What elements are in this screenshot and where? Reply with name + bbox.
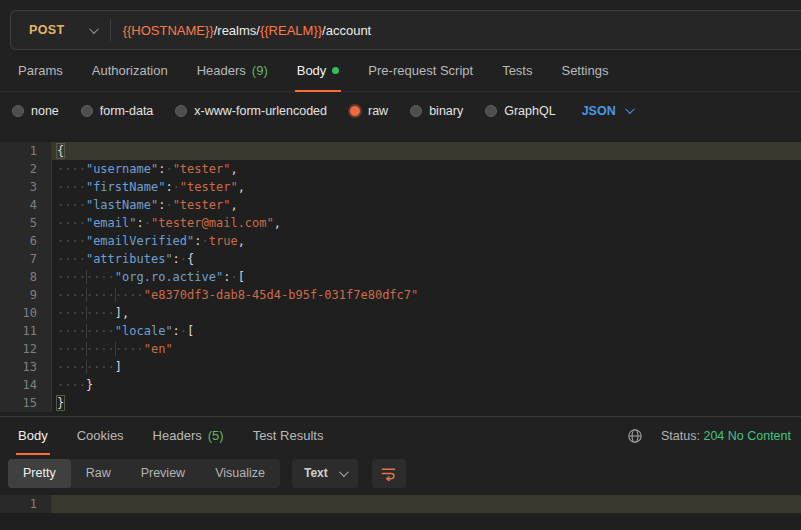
tab-tests[interactable]: Tests (492, 50, 542, 91)
view-mode-visualize[interactable]: Visualize (200, 459, 280, 488)
code-content: ····} (52, 376, 801, 394)
whitespace-dots: · (202, 234, 209, 248)
token-punc: } (86, 378, 93, 392)
code-line: 13········] (0, 358, 801, 376)
response-tab-headers[interactable]: Headers(5) (143, 417, 234, 454)
radio-label: none (31, 104, 59, 118)
whitespace-dots: ···· (57, 342, 86, 356)
url-bar: POST {{HOSTNAME}}/realms/{{REALM}}/accou… (0, 0, 801, 50)
word-wrap-icon (380, 465, 397, 481)
response-editor-lines: 1 (0, 492, 801, 513)
code-line: 4····"lastName":·"tester", (0, 196, 801, 214)
wrap-lines-button[interactable] (372, 459, 406, 488)
response-meta: Status: 204 No Content (627, 417, 801, 454)
body-type-raw[interactable]: raw (349, 104, 388, 118)
code-line: 12············"en" (0, 340, 801, 358)
code-content: ············"e8370df3-dab8-45d4-b95f-031… (52, 286, 801, 304)
url-text: /realms/ (214, 23, 260, 38)
line-number: 2 (0, 160, 52, 178)
token-punc: : (136, 216, 143, 230)
tab-pre-request-script[interactable]: Pre-request Script (358, 50, 483, 91)
tab-label: Pre-request Script (368, 63, 473, 78)
code-content: ········"org.ro.active":·[ (52, 268, 801, 286)
whitespace-dots: ···· (57, 162, 86, 176)
radio-icon (12, 105, 24, 117)
token-str: "tester" (180, 180, 238, 194)
body-type-none[interactable]: none (12, 104, 59, 118)
line-number: 12 (0, 340, 52, 358)
response-toolbar: PrettyRawPreviewVisualize Text (0, 454, 801, 492)
tab-authorization[interactable]: Authorization (82, 50, 178, 91)
request-window: POST {{HOSTNAME}}/realms/{{REALM}}/accou… (0, 0, 801, 530)
line-number: 4 (0, 196, 52, 214)
token-punc: : (173, 324, 180, 338)
code-line: 8········"org.ro.active":·[ (0, 268, 801, 286)
token-bool: true (209, 234, 238, 248)
tab-body[interactable]: Body (287, 50, 350, 91)
whitespace-dots: ···· (57, 216, 86, 230)
whitespace-dots: ···· (86, 360, 115, 374)
whitespace-dots: ···· (57, 198, 86, 212)
radio-label: raw (368, 104, 388, 118)
whitespace-dots: ···· (115, 342, 144, 356)
request-body-editor[interactable]: 1{2····"username":·"tester",3····"firstN… (0, 139, 801, 416)
code-line: 10········], (0, 304, 801, 322)
radio-label: binary (429, 104, 463, 118)
token-punc: , (230, 162, 237, 176)
token-punc: [ (187, 324, 194, 338)
radio-icon (175, 105, 187, 117)
tab-headers[interactable]: Headers(9) (187, 50, 278, 91)
status-value: 204 No Content (703, 429, 791, 443)
response-body-editor[interactable]: 1 (0, 492, 801, 530)
url-input[interactable]: {{HOSTNAME}}/realms/{{REALM}}/account (111, 11, 801, 49)
code-line: 3····"firstName":·"tester", (0, 178, 801, 196)
whitespace-dots: · (144, 216, 151, 230)
line-number: 7 (0, 250, 52, 268)
token-punc: ] (115, 360, 122, 374)
tab-params[interactable]: Params (8, 50, 73, 91)
token-key: "email" (86, 216, 137, 230)
view-mode-pretty[interactable]: Pretty (8, 459, 71, 488)
token-str: "en" (144, 342, 173, 356)
body-type-x-www-form-urlencoded[interactable]: x-www-form-urlencoded (175, 104, 327, 118)
format-select[interactable]: Text (292, 459, 358, 488)
body-type-form-data[interactable]: form-data (81, 104, 154, 118)
line-number: 6 (0, 232, 52, 250)
chevron-down-icon (625, 104, 635, 114)
token-str: "e8370df3-dab8-45d4-b95f-031f7e80dfc7" (144, 288, 419, 302)
code-content: ····"emailVerified":·true, (52, 232, 801, 250)
method-selector[interactable]: POST (11, 11, 110, 49)
line-number: 15 (0, 394, 52, 412)
view-mode-raw[interactable]: Raw (71, 459, 126, 488)
tab-label: Test Results (253, 428, 324, 443)
tab-count: (9) (252, 63, 268, 78)
response-tab-body[interactable]: Body (8, 417, 58, 454)
token-punc: , (238, 234, 245, 248)
response-tab-test-results[interactable]: Test Results (243, 417, 334, 454)
code-content: ········], (52, 304, 801, 322)
raw-language-select[interactable]: JSON (582, 104, 632, 118)
body-type-binary[interactable]: binary (410, 104, 463, 118)
radio-icon (349, 105, 361, 117)
response-tabs: BodyCookiesHeaders(5)Test Results (8, 417, 342, 454)
code-line: 9············"e8370df3-dab8-45d4-b95f-03… (0, 286, 801, 304)
token-punc: : (165, 180, 172, 194)
response-tab-cookies[interactable]: Cookies (67, 417, 134, 454)
token-punc: ], (115, 306, 129, 320)
whitespace-dots: ···· (57, 270, 86, 284)
body-type-graphql[interactable]: GraphQL (485, 104, 555, 118)
tab-settings[interactable]: Settings (551, 50, 618, 91)
tab-label: Cookies (77, 428, 124, 443)
token-str: "tester@mail.com" (151, 216, 274, 230)
token-punc: [ (238, 270, 245, 284)
code-line: 7····"attributes":·{ (0, 250, 801, 268)
view-mode-preview[interactable]: Preview (126, 459, 200, 488)
line-number: 14 (0, 376, 52, 394)
code-content: ····"email":·"tester@mail.com", (52, 214, 801, 232)
code-content: ····"lastName":·"tester", (52, 196, 801, 214)
whitespace-dots: · (230, 270, 237, 284)
code-content: { (52, 142, 801, 160)
whitespace-dots: ···· (57, 252, 86, 266)
unsaved-dot (332, 67, 339, 74)
code-content: ····"firstName":·"tester", (52, 178, 801, 196)
